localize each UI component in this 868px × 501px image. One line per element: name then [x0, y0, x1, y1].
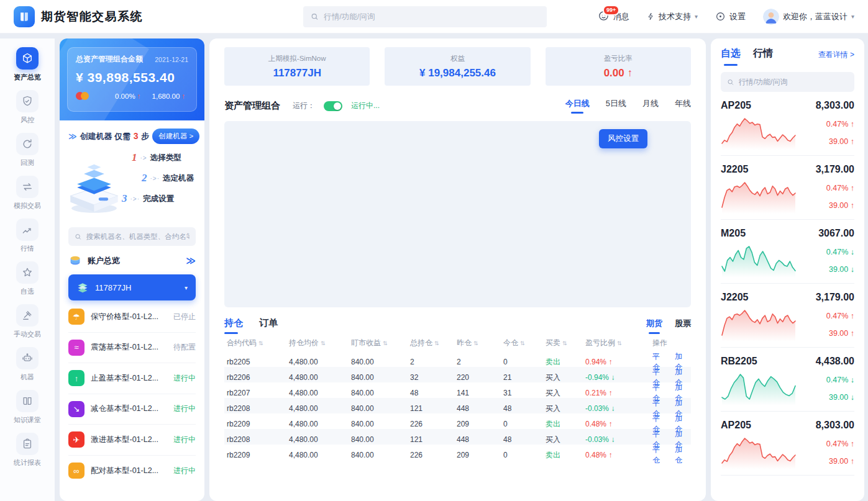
robot-list: ☂ 保守价格型-01-L2... 已停止 ≈ 震荡基本型-01-L2... 待配… [68, 302, 196, 486]
period-tab[interactable]: 5日线 [606, 98, 626, 114]
period-tab[interactable]: 月线 [642, 98, 659, 114]
market-tab[interactable]: 股票 [675, 318, 691, 334]
watchlist-item[interactable]: J2205 3,179.00 0.47% ↑ 39.00 ↑ [721, 284, 854, 348]
add-position-link[interactable]: 加仓 [675, 445, 688, 466]
settings-label: 设置 [729, 11, 746, 22]
cell-avg-price: 4,480.00 [289, 420, 351, 428]
sidebar-item-quotes[interactable]: 行情 [16, 219, 39, 253]
account-selector-button[interactable]: 117877JH ▾ [68, 274, 196, 300]
cell-total-position: 226 [410, 420, 457, 428]
cell-today-position: 0 [503, 358, 546, 366]
column-header[interactable]: 盈亏比例⇅ [585, 338, 652, 348]
trend-arrow-icon: ↓ [851, 376, 854, 384]
table-row: rb2209 4,480.00 840.00 226 209 0 卖出 0.48… [224, 413, 691, 429]
dotted-arrow-icon: ·> [140, 155, 147, 161]
column-header[interactable]: 合约代码⇅ [227, 338, 289, 348]
account-overview-row[interactable]: 账户总览 ≫ [68, 254, 196, 268]
quote-search-input[interactable] [739, 78, 848, 86]
mastercard-icon [76, 92, 89, 100]
robot-list-item[interactable]: ☂ 保守价格型-01-L2... 已停止 [68, 302, 196, 333]
trend-arrow-icon: ↑ [851, 440, 854, 448]
watchlist-tabs-row: 自选行情 查看详情 > [721, 47, 854, 66]
stat-label: 上期模拟-SimNow [268, 54, 326, 63]
market-tab-group: 期货股票 [646, 318, 691, 334]
settings-menu[interactable]: 设置 [715, 11, 746, 22]
sidebar-item-sim-trading[interactable]: 模拟交易 [14, 176, 41, 210]
period-tab[interactable]: 今日线 [565, 98, 590, 114]
asset-card-date: 2021-12-21 [155, 56, 188, 63]
risk-settings-button[interactable]: 风控设置 [599, 129, 647, 148]
cell-mtm-profit: 840.00 [351, 404, 410, 413]
close-position-link[interactable]: 平仓 [652, 445, 666, 466]
sidebar-item-manual-trading[interactable]: 手动交易 [14, 304, 41, 339]
positions-tab[interactable]: 持仓 [224, 317, 243, 334]
asset-card-title: 总资产管理组合金额 [76, 54, 143, 65]
watchlist-item[interactable]: M205 3067.00 0.47% ↓ 39.00 ↓ [721, 220, 854, 284]
column-header[interactable]: 持仓均价⇅ [289, 338, 351, 348]
robot-list-item[interactable]: ∞ 配对基本型-01-L2... 进行中 [68, 456, 196, 487]
column-header[interactable]: 总持仓⇅ [410, 338, 457, 348]
positions-tab[interactable]: 订单 [259, 317, 278, 334]
period-tab[interactable]: 年线 [675, 98, 691, 114]
run-toggle[interactable] [324, 101, 342, 111]
robot-list-item[interactable]: ✈ 激进基本型-01-L2... 进行中 [68, 425, 196, 456]
global-search[interactable] [303, 6, 547, 27]
user-menu[interactable]: 欢迎你，蓝蓝设计 ▾ [763, 9, 854, 25]
global-search-input[interactable] [324, 12, 539, 21]
quote-search[interactable] [721, 72, 854, 92]
cell-side: 买入 [546, 404, 585, 414]
robot-search-input[interactable] [86, 233, 190, 240]
cell-mtm-profit: 840.00 [351, 373, 410, 382]
messages-menu[interactable]: 99+ 消息 [598, 10, 629, 24]
sidebar-item-reports[interactable]: 统计报表 [14, 433, 41, 467]
change-percent: 0.47% ↓ [826, 376, 854, 384]
column-header[interactable]: 昨仓⇅ [457, 338, 503, 348]
star-icon [16, 261, 39, 284]
robot-status-badge: 进行中 [173, 435, 196, 445]
dotted-arrow-icon: ·>· [150, 175, 160, 182]
cell-today-position: 48 [503, 404, 546, 413]
sidebar-item-watchlist[interactable]: 自选 [16, 261, 39, 296]
cell-pnl-ratio: 0.48% ↑ [585, 451, 652, 459]
watchlist-tab[interactable]: 行情 [753, 47, 773, 66]
market-tab[interactable]: 期货 [646, 318, 662, 334]
cell-today-position: 21 [503, 373, 546, 382]
trend-arrow-icon: ↑ [608, 451, 612, 459]
change-value: 39.00 ↓ [826, 265, 854, 274]
sidebar-item-asset-overview[interactable]: 资产总览 [14, 47, 41, 82]
sidebar-item-robots[interactable]: 机器 [16, 347, 39, 382]
welcome-label: 欢迎你，蓝蓝设计 [783, 11, 847, 22]
column-header[interactable]: 买卖⇅ [546, 338, 585, 348]
watchlist-tab[interactable]: 自选 [721, 47, 741, 66]
robot-name: 保守价格型-01-L2... [91, 312, 167, 322]
sort-icon: ⇅ [562, 340, 567, 346]
trend-arrow-icon: ↓ [851, 265, 854, 274]
robot-list-item[interactable]: ≈ 震荡基本型-01-L2... 待配置 [68, 333, 196, 364]
sort-icon: ⇅ [434, 340, 439, 346]
sidebar-item-risk-control[interactable]: 风控 [16, 90, 39, 125]
watchlist-item[interactable]: AP205 8,303.00 0.47% ↑ 39.00 ↑ [721, 412, 854, 476]
robot-list-item[interactable]: ↘ 减仓基本型-01-L2... 进行中 [68, 394, 196, 425]
change-percent: 0.47% ↑ [826, 184, 854, 192]
sidebar-item-knowledge[interactable]: 知识课堂 [14, 390, 41, 425]
expand-double-arrow-icon[interactable]: ≫ [186, 255, 196, 266]
column-header[interactable]: 今仓⇅ [503, 338, 546, 348]
column-header[interactable]: 操作⇅ [652, 338, 688, 348]
swap-arrows-icon [16, 176, 39, 198]
stat-label: 盈亏比率 [604, 54, 633, 63]
watchlist-item[interactable]: RB2205 4,438.00 0.47% ↓ 39.00 ↓ [721, 348, 854, 412]
robot-type-icon: ↑ [68, 370, 85, 386]
create-robot-button[interactable]: 创建机器 > [152, 129, 199, 144]
robot-list-item[interactable]: ↑ 止盈基本型-01-L2... 进行中 [68, 363, 196, 394]
robot-status-badge: 进行中 [173, 404, 196, 414]
brand: 期货智能交易系统 [14, 6, 143, 27]
view-details-link[interactable]: 查看详情 > [818, 50, 854, 66]
support-menu[interactable]: 技术支持 ▾ [647, 11, 698, 22]
sidebar-item-backtest[interactable]: 回测 [16, 133, 39, 168]
robot-search[interactable] [68, 227, 196, 246]
column-header[interactable]: 盯市收益⇅ [351, 338, 410, 348]
watchlist-item[interactable]: AP205 8,303.00 0.47% ↑ 39.00 ↑ [721, 92, 854, 156]
cell-pnl-ratio: -0.03% ↓ [585, 435, 652, 444]
watchlist-item[interactable]: J2205 3,179.00 0.47% ↑ 39.00 ↑ [721, 156, 854, 220]
chevron-down-icon: ▾ [185, 284, 188, 291]
